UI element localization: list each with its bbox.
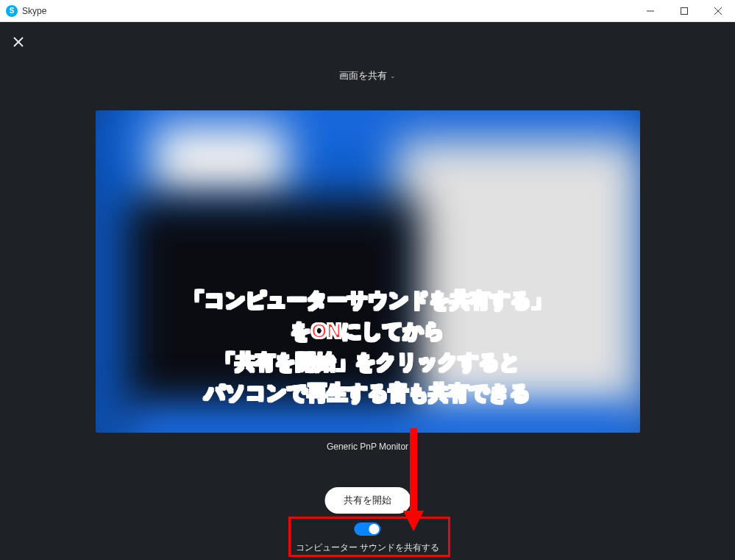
share-computer-sound-toggle[interactable] xyxy=(355,522,381,536)
titlebar-left: S Skype xyxy=(6,5,46,17)
screen-preview-wrap: Generic PnP Monitor xyxy=(96,110,640,452)
share-computer-sound-label: コンピューター サウンドを共有する xyxy=(296,542,439,554)
titlebar: S Skype xyxy=(0,0,735,22)
app-body: 画面を共有 ⌄ Generic PnP Monitor 共有を開始 コンピュータ… xyxy=(0,22,735,560)
share-computer-sound-area: コンピューター サウンドを共有する xyxy=(296,522,439,554)
start-sharing-button[interactable]: 共有を開始 xyxy=(324,487,411,514)
app-title: Skype xyxy=(22,6,46,16)
maximize-button[interactable] xyxy=(667,0,701,21)
chevron-down-icon: ⌄ xyxy=(390,72,396,79)
window-controls xyxy=(633,0,735,21)
screen-preview-thumbnail[interactable] xyxy=(96,110,640,433)
monitor-name-label: Generic PnP Monitor xyxy=(96,442,640,452)
share-mode-label: 画面を共有 xyxy=(339,69,387,82)
toggle-knob xyxy=(369,524,380,534)
share-mode-dropdown[interactable]: 画面を共有 ⌄ xyxy=(339,69,396,82)
skype-logo-icon: S xyxy=(6,5,18,17)
minimize-button[interactable] xyxy=(633,0,667,21)
svg-rect-1 xyxy=(681,7,688,14)
close-window-button[interactable] xyxy=(701,0,735,21)
close-dialog-button[interactable] xyxy=(10,34,26,50)
